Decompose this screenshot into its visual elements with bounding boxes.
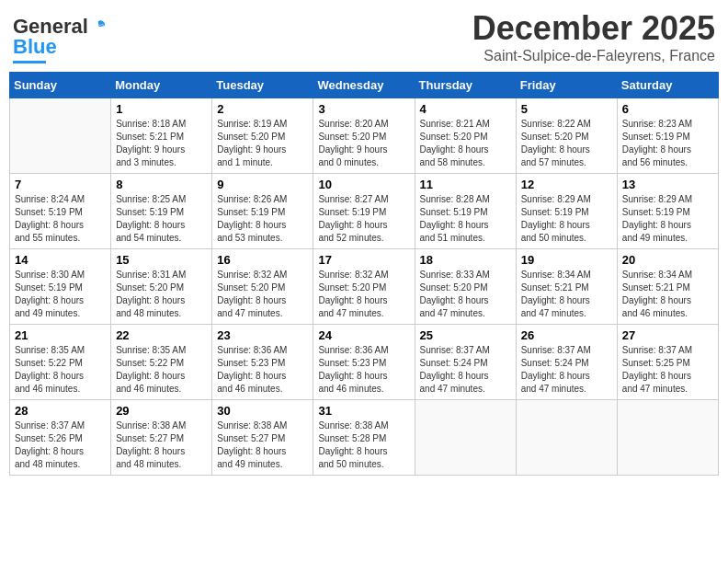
calendar-cell: 12Sunrise: 8:29 AM Sunset: 5:19 PM Dayli…	[516, 174, 617, 249]
calendar-cell: 8Sunrise: 8:25 AM Sunset: 5:19 PM Daylig…	[111, 174, 212, 249]
logo-bird-icon	[90, 18, 107, 35]
day-number: 19	[521, 253, 612, 267]
day-info: Sunrise: 8:21 AM Sunset: 5:20 PM Dayligh…	[420, 118, 511, 169]
day-number: 15	[116, 253, 207, 267]
calendar-cell	[10, 98, 111, 174]
day-info: Sunrise: 8:38 AM Sunset: 5:27 PM Dayligh…	[217, 419, 308, 471]
calendar-week-row: 21Sunrise: 8:35 AM Sunset: 5:22 PM Dayli…	[10, 325, 719, 400]
calendar-cell: 30Sunrise: 8:38 AM Sunset: 5:27 PM Dayli…	[212, 400, 313, 476]
day-number: 5	[521, 102, 612, 116]
calendar-cell: 19Sunrise: 8:34 AM Sunset: 5:21 PM Dayli…	[516, 249, 617, 325]
day-number: 12	[521, 178, 612, 191]
day-number: 29	[116, 404, 207, 418]
day-info: Sunrise: 8:36 AM Sunset: 5:23 PM Dayligh…	[318, 344, 409, 396]
day-number: 17	[318, 253, 409, 267]
calendar-cell: 9Sunrise: 8:26 AM Sunset: 5:19 PM Daylig…	[212, 174, 313, 249]
calendar-table: SundayMondayTuesdayWednesdayThursdayFrid…	[9, 72, 719, 476]
calendar-week-row: 28Sunrise: 8:37 AM Sunset: 5:26 PM Dayli…	[10, 400, 719, 476]
header: General Blue December 2025 Saint-Sulpice…	[9, 9, 719, 64]
day-info: Sunrise: 8:37 AM Sunset: 5:24 PM Dayligh…	[420, 344, 511, 396]
day-info: Sunrise: 8:37 AM Sunset: 5:26 PM Dayligh…	[15, 419, 106, 471]
calendar-cell: 15Sunrise: 8:31 AM Sunset: 5:20 PM Dayli…	[111, 249, 212, 325]
calendar-cell: 3Sunrise: 8:20 AM Sunset: 5:20 PM Daylig…	[313, 98, 415, 174]
calendar-cell	[516, 400, 617, 476]
title-area: December 2025 Saint-Sulpice-de-Faleyrens…	[472, 9, 715, 64]
day-number: 4	[420, 102, 511, 116]
day-number: 16	[217, 253, 308, 267]
day-info: Sunrise: 8:32 AM Sunset: 5:20 PM Dayligh…	[217, 269, 308, 320]
day-info: Sunrise: 8:35 AM Sunset: 5:22 PM Dayligh…	[116, 344, 207, 396]
calendar-week-row: 1Sunrise: 8:18 AM Sunset: 5:21 PM Daylig…	[10, 98, 719, 174]
calendar-cell: 29Sunrise: 8:38 AM Sunset: 5:27 PM Dayli…	[111, 400, 212, 476]
day-info: Sunrise: 8:18 AM Sunset: 5:21 PM Dayligh…	[116, 118, 207, 169]
calendar-cell: 6Sunrise: 8:23 AM Sunset: 5:19 PM Daylig…	[617, 98, 718, 174]
day-number: 8	[116, 178, 207, 191]
day-number: 14	[15, 253, 106, 267]
header-day-thursday: Thursday	[415, 73, 516, 98]
day-info: Sunrise: 8:31 AM Sunset: 5:20 PM Dayligh…	[116, 269, 207, 320]
header-day-wednesday: Wednesday	[313, 73, 415, 98]
header-day-friday: Friday	[516, 73, 617, 98]
calendar-cell: 11Sunrise: 8:28 AM Sunset: 5:19 PM Dayli…	[415, 174, 516, 249]
header-day-tuesday: Tuesday	[212, 73, 313, 98]
calendar-cell: 26Sunrise: 8:37 AM Sunset: 5:24 PM Dayli…	[516, 325, 617, 400]
day-info: Sunrise: 8:22 AM Sunset: 5:20 PM Dayligh…	[521, 118, 612, 169]
day-info: Sunrise: 8:26 AM Sunset: 5:19 PM Dayligh…	[217, 193, 308, 245]
header-day-sunday: Sunday	[10, 73, 111, 98]
calendar-cell: 1Sunrise: 8:18 AM Sunset: 5:21 PM Daylig…	[111, 98, 212, 174]
day-info: Sunrise: 8:34 AM Sunset: 5:21 PM Dayligh…	[622, 269, 713, 320]
day-info: Sunrise: 8:23 AM Sunset: 5:19 PM Dayligh…	[622, 118, 713, 169]
day-info: Sunrise: 8:29 AM Sunset: 5:19 PM Dayligh…	[622, 193, 713, 245]
day-number: 28	[15, 404, 106, 418]
day-info: Sunrise: 8:35 AM Sunset: 5:22 PM Dayligh…	[15, 344, 106, 396]
day-number: 1	[116, 102, 207, 116]
day-number: 20	[622, 253, 713, 267]
day-number: 3	[318, 102, 409, 116]
calendar-cell: 10Sunrise: 8:27 AM Sunset: 5:19 PM Dayli…	[313, 174, 415, 249]
calendar-cell: 22Sunrise: 8:35 AM Sunset: 5:22 PM Dayli…	[111, 325, 212, 400]
day-info: Sunrise: 8:32 AM Sunset: 5:20 PM Dayligh…	[318, 269, 409, 320]
day-info: Sunrise: 8:36 AM Sunset: 5:23 PM Dayligh…	[217, 344, 308, 396]
calendar-week-row: 7Sunrise: 8:24 AM Sunset: 5:19 PM Daylig…	[10, 174, 719, 249]
day-info: Sunrise: 8:19 AM Sunset: 5:20 PM Dayligh…	[217, 118, 308, 169]
day-number: 24	[318, 328, 409, 342]
day-info: Sunrise: 8:25 AM Sunset: 5:19 PM Dayligh…	[116, 193, 207, 245]
day-number: 11	[420, 178, 511, 191]
day-info: Sunrise: 8:38 AM Sunset: 5:27 PM Dayligh…	[116, 419, 207, 471]
logo-blue: Blue	[13, 35, 57, 59]
day-number: 30	[217, 404, 308, 418]
day-info: Sunrise: 8:24 AM Sunset: 5:19 PM Dayligh…	[15, 193, 106, 245]
day-number: 23	[217, 328, 308, 342]
logo: General Blue	[13, 15, 107, 63]
day-info: Sunrise: 8:29 AM Sunset: 5:19 PM Dayligh…	[521, 193, 612, 245]
calendar-cell: 17Sunrise: 8:32 AM Sunset: 5:20 PM Dayli…	[313, 249, 415, 325]
calendar-cell: 13Sunrise: 8:29 AM Sunset: 5:19 PM Dayli…	[617, 174, 718, 249]
day-info: Sunrise: 8:20 AM Sunset: 5:20 PM Dayligh…	[318, 118, 409, 169]
calendar-cell: 20Sunrise: 8:34 AM Sunset: 5:21 PM Dayli…	[617, 249, 718, 325]
calendar-cell: 16Sunrise: 8:32 AM Sunset: 5:20 PM Dayli…	[212, 249, 313, 325]
day-number: 25	[420, 328, 511, 342]
day-number: 13	[622, 178, 713, 191]
day-number: 6	[622, 102, 713, 116]
calendar-cell: 28Sunrise: 8:37 AM Sunset: 5:26 PM Dayli…	[10, 400, 111, 476]
day-info: Sunrise: 8:37 AM Sunset: 5:25 PM Dayligh…	[622, 344, 713, 396]
day-number: 18	[420, 253, 511, 267]
day-number: 7	[15, 178, 106, 191]
day-number: 27	[622, 328, 713, 342]
calendar-cell	[415, 400, 516, 476]
calendar-cell: 31Sunrise: 8:38 AM Sunset: 5:28 PM Dayli…	[313, 400, 415, 476]
day-number: 22	[116, 328, 207, 342]
calendar-header-row: SundayMondayTuesdayWednesdayThursdayFrid…	[10, 73, 719, 98]
calendar-title: December 2025	[472, 9, 715, 48]
day-info: Sunrise: 8:28 AM Sunset: 5:19 PM Dayligh…	[420, 193, 511, 245]
calendar-cell: 25Sunrise: 8:37 AM Sunset: 5:24 PM Dayli…	[415, 325, 516, 400]
calendar-cell: 4Sunrise: 8:21 AM Sunset: 5:20 PM Daylig…	[415, 98, 516, 174]
header-day-monday: Monday	[111, 73, 212, 98]
day-info: Sunrise: 8:34 AM Sunset: 5:21 PM Dayligh…	[521, 269, 612, 320]
calendar-cell: 5Sunrise: 8:22 AM Sunset: 5:20 PM Daylig…	[516, 98, 617, 174]
day-info: Sunrise: 8:37 AM Sunset: 5:24 PM Dayligh…	[521, 344, 612, 396]
calendar-cell: 7Sunrise: 8:24 AM Sunset: 5:19 PM Daylig…	[10, 174, 111, 249]
day-info: Sunrise: 8:38 AM Sunset: 5:28 PM Dayligh…	[318, 419, 409, 471]
day-number: 2	[217, 102, 308, 116]
calendar-cell: 27Sunrise: 8:37 AM Sunset: 5:25 PM Dayli…	[617, 325, 718, 400]
